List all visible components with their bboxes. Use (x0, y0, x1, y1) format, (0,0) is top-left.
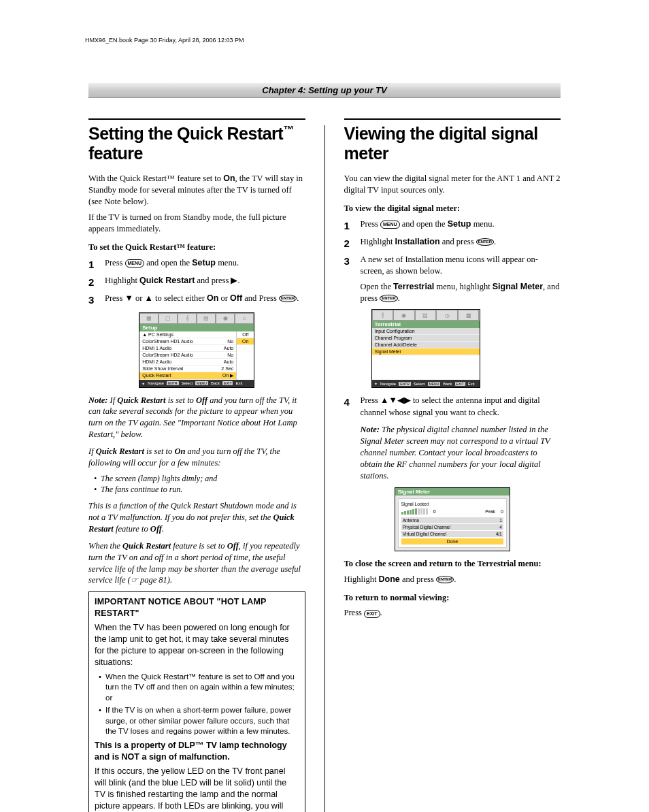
step-2: 2 Highlight Quick Restart and press ▶. (88, 275, 305, 289)
subhead-close: To close the screen and return to the Te… (344, 558, 561, 570)
menu-button-icon: MENU (380, 221, 400, 229)
osd-signal-meter: Signal Meter Signal Locked 0 Peak 0 Ante… (395, 487, 510, 551)
note-on: If Quick Restart is set to On and you tu… (88, 446, 305, 469)
note-off: Note: If Quick Restart is set to Off and… (88, 395, 305, 441)
return-text: Press EXIT. (344, 607, 561, 619)
enter-button-icon: ENTER (476, 238, 494, 246)
subhead-return: To return to normal viewing: (344, 592, 561, 604)
osd2-title: Terrestrial (372, 321, 480, 328)
notice-p2: This is a property of DLP™ TV lamp techn… (95, 740, 299, 763)
rstep-4: 4 Press ▲▼◀▶ to select the antenna input… (344, 395, 561, 419)
notice-p3: If this occurs, the yellow LED on the TV… (95, 766, 299, 812)
columns: Setting the Quick Restart™ feature With … (58, 118, 591, 812)
rstep-1: 1 Press MENU and open the Setup menu. (344, 218, 561, 233)
book-header: HMX96_EN.book Page 30 Friday, April 28, … (85, 37, 591, 44)
osd-title: Setup (139, 324, 254, 331)
column-divider (324, 125, 325, 812)
left-heading: Setting the Quick Restart™ feature (88, 118, 305, 163)
right-intro: You can view the digital signal meter fo… (344, 173, 561, 196)
close-text: Highlight Done and press ENTER. (344, 574, 561, 585)
notice-li1: When the Quick Restart™ feature is set t… (99, 672, 299, 704)
right-heading: Viewing the digital signal meter (344, 118, 561, 163)
subhead-view: To view the digital signal meter: (344, 203, 561, 214)
enter-button-icon: ENTER (279, 295, 297, 302)
steps-right-4: 4 Press ▲▼◀▶ to select the antenna input… (344, 395, 561, 419)
right-column: Viewing the digital signal meter You can… (344, 118, 561, 812)
osd-terrestrial: 𝄞◉▤◷▦ Terrestrial Input Configuration Ch… (371, 309, 480, 388)
notice-li2: If the TV is on when a short-term power … (99, 705, 299, 737)
note-shutdown: This is a function of the Quick Restart … (88, 500, 305, 535)
menu-button-icon: MENU (125, 259, 145, 267)
enter-button-icon: ENTER (380, 295, 397, 302)
steps-left: 1 Press MENU and open the Setup menu. 2 … (88, 257, 305, 307)
enter-button-icon: ENTER (436, 576, 454, 583)
heading-text2: feature (88, 144, 143, 163)
note-channel: Note: The physical digital channel numbe… (344, 424, 561, 481)
osd3-title: Signal Meter (395, 488, 510, 496)
intro-p1: With the Quick Restart™ feature set to O… (88, 173, 305, 208)
left-column: Setting the Quick Restart™ feature With … (88, 118, 305, 812)
rstep-2: 2 Highlight Installation and press ENTER… (344, 236, 561, 250)
step-3: 3 Press ▼ or ▲ to select either On or Of… (88, 293, 305, 307)
step-1: 1 Press MENU and open the Setup menu. (88, 257, 305, 272)
rstep-3b: Open the Terrestrial menu, highlight Sig… (344, 281, 561, 304)
tm-icon: ™ (283, 124, 294, 135)
steps-right: 1 Press MENU and open the Setup menu. 2 … (344, 218, 561, 278)
bullets: The screen (lamp) lights dimly; and The … (88, 473, 305, 495)
rstep-3: 3 A new set of Installation menu icons w… (344, 254, 561, 278)
heading-text: Setting the Quick Restart (88, 124, 283, 143)
exit-button-icon: EXIT (364, 610, 380, 618)
note-life: When the Quick Restart feature is set to… (88, 540, 305, 587)
hot-lamp-notice: IMPORTANT NOTICE ABOUT "HOT LAMP RESTART… (88, 591, 305, 812)
intro-p2: If the TV is turned on from Standby mode… (88, 212, 305, 235)
chapter-title: Chapter 4: Setting up your TV (88, 83, 561, 98)
subhead-set: To set the Quick Restart™ feature: (88, 242, 305, 253)
notice-title: IMPORTANT NOTICE ABOUT "HOT LAMP RESTART… (95, 596, 299, 619)
notice-p1: When the TV has been powered on long eno… (95, 622, 299, 668)
osd-setup: ▦▢𝄞▤◉⌂ Setup ▲ PC Settings ColorStream H… (139, 312, 254, 388)
